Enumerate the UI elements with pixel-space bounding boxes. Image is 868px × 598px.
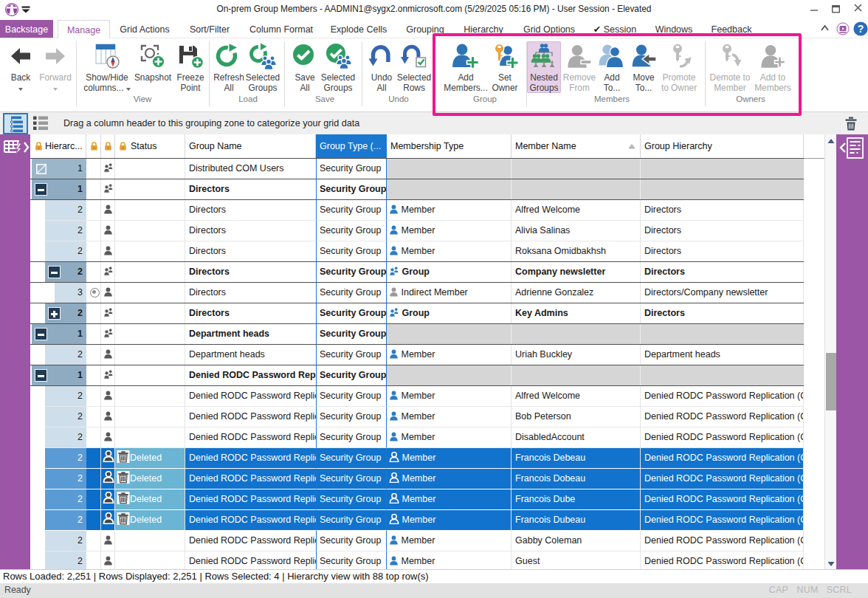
- svg-text:?: ?: [858, 23, 864, 35]
